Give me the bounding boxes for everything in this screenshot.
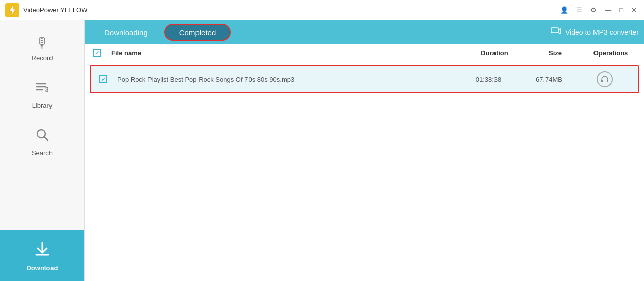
sidebar-label-search: Search [32, 149, 53, 157]
tab-completed[interactable]: Completed [164, 24, 231, 41]
download-icon [33, 240, 52, 261]
select-all-checkbox[interactable] [93, 49, 101, 57]
minimize-button[interactable]: — [603, 6, 613, 14]
header-filename: File name [111, 49, 464, 57]
svg-rect-8 [551, 28, 558, 33]
header-size: Size [525, 49, 585, 57]
maximize-button[interactable]: □ [617, 6, 625, 14]
title-bar: VideoPower YELLOW 👤 ☰ ⚙ — □ ✕ [0, 0, 644, 20]
row-duration: 01:38:38 [458, 76, 519, 83]
svg-line-6 [44, 137, 48, 140]
svg-rect-10 [607, 80, 608, 82]
header-operations: Operations [585, 49, 636, 57]
close-button[interactable]: ✕ [629, 6, 639, 14]
row-filename: Pop Rock Playlist Best Pop Rock Songs Of… [117, 76, 458, 83]
sidebar-item-library[interactable]: Library [0, 71, 84, 118]
header-duration: Duration [464, 49, 525, 57]
app-title: VideoPower YELLOW [23, 6, 558, 14]
sidebar-item-search[interactable]: Search [0, 118, 84, 166]
settings-icon[interactable]: ⚙ [588, 6, 599, 14]
row-checkbox[interactable] [99, 75, 107, 83]
table-header: File name Duration Size Operations [85, 44, 644, 61]
app-logo [5, 3, 19, 17]
microphone-icon: 🎙 [35, 34, 49, 51]
converter-button[interactable]: Video to MP3 converter [550, 26, 639, 39]
search-icon [35, 127, 50, 146]
sidebar-label-download: Download [26, 264, 58, 272]
app-body: 🎙 Record Library Searc [0, 20, 644, 281]
svg-rect-9 [601, 80, 603, 82]
sidebar-label-library: Library [32, 102, 53, 109]
sidebar-item-download[interactable]: Download [0, 230, 84, 281]
sidebar: 🎙 Record Library Searc [0, 20, 85, 281]
user-icon[interactable]: 👤 [558, 6, 570, 14]
library-icon [35, 80, 50, 99]
sidebar-label-record: Record [32, 54, 53, 62]
row-size: 67.74MB [519, 76, 579, 83]
sidebar-item-record[interactable]: 🎙 Record [0, 25, 84, 71]
converter-label: Video to MP3 converter [565, 28, 639, 36]
tab-downloading[interactable]: Downloading [90, 24, 162, 41]
main-content: Downloading Completed Video to MP3 conve… [85, 20, 644, 281]
converter-icon [550, 26, 561, 39]
play-headphone-button[interactable] [597, 71, 613, 87]
window-controls: 👤 ☰ ⚙ — □ ✕ [558, 6, 639, 14]
list-icon[interactable]: ☰ [574, 6, 584, 14]
tab-bar: Downloading Completed Video to MP3 conve… [85, 20, 644, 44]
table-row[interactable]: Pop Rock Playlist Best Pop Rock Songs Of… [90, 65, 639, 93]
